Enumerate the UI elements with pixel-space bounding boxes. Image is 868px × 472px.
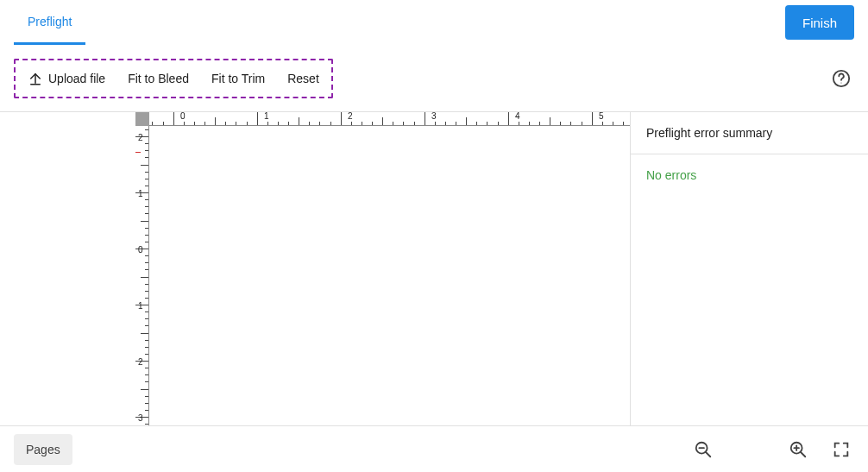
toolbar-group: Upload file Fit to Bleed Fit to Trim Res…	[14, 59, 333, 98]
fullscreen-icon	[832, 440, 851, 459]
zoom-controls	[690, 437, 854, 463]
finish-button-label: Finish	[802, 16, 837, 30]
help-icon	[832, 69, 851, 88]
sidebar-title: Preflight error summary	[631, 112, 868, 154]
header: Preflight Finish	[0, 0, 868, 45]
fit-to-bleed-label: Fit to Bleed	[128, 72, 189, 85]
pages-button-label: Pages	[26, 443, 60, 456]
fit-to-bleed-button[interactable]: Fit to Bleed	[124, 66, 192, 91]
footer: Pages	[0, 425, 868, 472]
ruler-h-label: 1	[264, 112, 269, 121]
help-button[interactable]	[828, 66, 854, 91]
tabs: Preflight	[14, 0, 85, 45]
ruler-vertical[interactable]: 210123	[135, 126, 149, 425]
ruler-v-label: 1	[138, 190, 143, 198]
zoom-out-button[interactable]	[690, 437, 716, 463]
ruler-v-label: 1	[138, 302, 143, 311]
ruler-h-label: 0	[180, 112, 186, 121]
ruler-v-label: 3	[138, 414, 143, 423]
pages-button[interactable]: Pages	[14, 434, 72, 465]
upload-icon	[28, 71, 43, 86]
finish-button[interactable]: Finish	[785, 5, 854, 40]
ruler-origin-mark	[135, 152, 141, 153]
fullscreen-button[interactable]	[828, 437, 854, 463]
reset-label: Reset	[287, 72, 319, 85]
fit-to-trim-label: Fit to Trim	[211, 72, 265, 85]
canvas-page[interactable]	[149, 126, 630, 425]
ruler-h-label: 4	[515, 112, 520, 121]
svg-line-3	[706, 451, 711, 456]
sidebar-preflight-summary: Preflight error summary No errors	[630, 112, 868, 425]
ruler-h-label: 5	[599, 112, 604, 121]
ruler-horizontal[interactable]: 012345	[149, 112, 630, 126]
upload-file-button[interactable]: Upload file	[24, 66, 109, 91]
zoom-in-button[interactable]	[785, 437, 811, 463]
workspace: 012345 210123 Preflight error summary No…	[0, 112, 868, 425]
tab-preflight-label: Preflight	[28, 15, 72, 28]
reset-button[interactable]: Reset	[284, 66, 323, 91]
svg-line-6	[801, 451, 806, 456]
status-no-errors: No errors	[646, 168, 852, 182]
ruler-v-label: 2	[138, 358, 143, 367]
upload-file-label: Upload file	[48, 72, 105, 85]
ruler-v-label: 0	[138, 246, 143, 255]
zoom-in-icon	[789, 440, 808, 459]
toolbar: Upload file Fit to Bleed Fit to Trim Res…	[0, 45, 868, 112]
ruler-h-label: 3	[431, 112, 437, 121]
ruler-corner	[135, 112, 149, 126]
ruler-h-label: 2	[348, 112, 353, 121]
fit-to-trim-button[interactable]: Fit to Trim	[208, 66, 268, 91]
zoom-out-icon	[694, 440, 713, 459]
tab-preflight[interactable]: Preflight	[14, 0, 85, 45]
svg-point-1	[840, 82, 841, 83]
sidebar-body: No errors	[631, 154, 868, 196]
canvas-area[interactable]: 012345 210123	[0, 112, 630, 425]
ruler-v-label: 2	[138, 134, 143, 142]
